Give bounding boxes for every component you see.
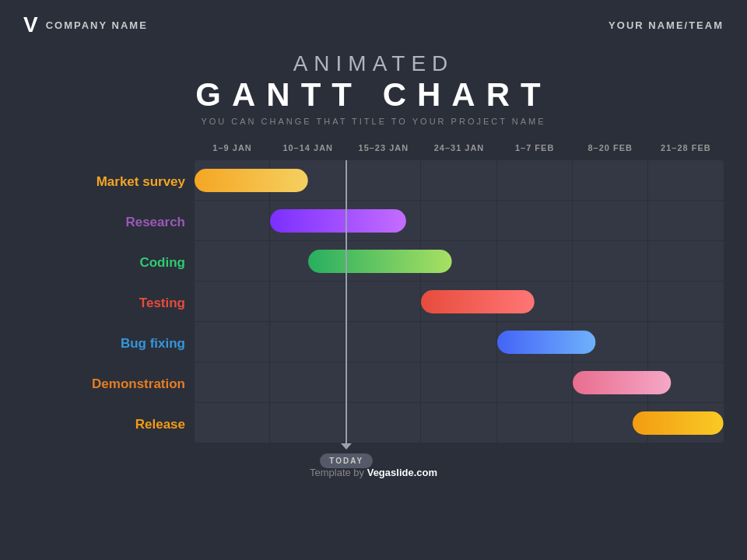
col-header-5: 8–20 FEB	[573, 140, 648, 156]
footer: Template by Vegaslide.com	[0, 467, 747, 478]
title-animated: ANIMATED	[0, 51, 747, 76]
today-arrow	[341, 443, 352, 450]
gantt-row-5	[195, 362, 724, 403]
gantt-cell-0-6	[648, 160, 724, 200]
gantt-row-0	[195, 160, 724, 201]
gantt-row-2	[195, 241, 724, 282]
grid-area: 1–9 JAN10–14 JAN15–23 JAN24–31 JAN1–7 FE…	[195, 140, 724, 445]
col-headers: 1–9 JAN10–14 JAN15–23 JAN24–31 JAN1–7 FE…	[195, 140, 724, 156]
title-gantt: GANTT CHART	[0, 76, 747, 114]
gantt-cell-5-6	[648, 362, 724, 402]
logo: V	[23, 14, 38, 36]
gantt-cell-6-3	[421, 403, 496, 443]
gantt-cell-2-2	[345, 241, 421, 281]
gantt-row-1	[195, 201, 724, 241]
gantt-cell-6-4	[497, 403, 573, 443]
col-header-4: 1–7 FEB	[497, 140, 573, 156]
gantt-cell-0-0	[195, 160, 270, 200]
gantt-cell-1-2	[345, 201, 421, 240]
gantt-cell-1-1	[270, 201, 345, 240]
col-header-3: 24–31 JAN	[421, 140, 496, 156]
gantt-cell-5-1	[270, 362, 345, 402]
gantt-cell-0-1	[270, 160, 345, 200]
gantt-cell-0-4	[497, 160, 573, 200]
gantt-grid: TODAY	[195, 160, 724, 443]
gantt-cell-2-4	[497, 241, 573, 281]
gantt-cell-4-1	[270, 322, 345, 362]
gantt-cell-1-5	[573, 201, 648, 240]
row-label-4: Bug fixing	[23, 324, 195, 364]
gantt-cell-0-2	[345, 160, 421, 200]
gantt-cell-0-3	[421, 160, 496, 200]
gantt-cell-3-2	[345, 282, 421, 321]
gantt-row-4	[195, 322, 724, 362]
row-labels: Market surveyResearchCodingTestingBug fi…	[23, 140, 195, 445]
gantt-row-3	[195, 282, 724, 322]
gantt-cell-5-2	[345, 362, 421, 402]
row-label-0: Market survey	[23, 162, 195, 202]
gantt-cell-1-3	[421, 201, 496, 240]
gantt-cell-1-4	[497, 201, 573, 240]
gantt-cell-6-0	[195, 403, 270, 443]
header: V COMPANY NAME YOUR NAME/TEAM	[0, 0, 747, 44]
gantt-cell-1-0	[195, 201, 270, 240]
row-label-3: Testing	[23, 283, 195, 324]
row-label-6: Release	[23, 404, 195, 445]
col-header-6: 21–28 FEB	[648, 140, 724, 156]
gantt-cell-1-6	[648, 201, 724, 240]
gantt-cell-6-1	[270, 403, 345, 443]
row-label-5: Demonstration	[23, 364, 195, 404]
gantt-cell-5-0	[195, 362, 270, 402]
gantt-cell-0-5	[573, 160, 648, 200]
gantt-cell-5-5	[573, 362, 648, 402]
gantt-cell-6-2	[345, 403, 421, 443]
row-label-1: Research	[23, 202, 195, 243]
gantt-cell-4-5	[573, 322, 648, 362]
gantt-cell-5-3	[421, 362, 496, 402]
gantt-cell-2-0	[195, 241, 270, 281]
gantt-cell-3-4	[497, 282, 573, 321]
company-section: V COMPANY NAME	[23, 14, 148, 36]
col-header-1: 10–14 JAN	[270, 140, 345, 156]
chart-container: Market surveyResearchCodingTestingBug fi…	[0, 132, 747, 445]
gantt-cell-6-5	[573, 403, 648, 443]
col-header-0: 1–9 JAN	[195, 140, 270, 156]
gantt-cell-4-2	[345, 322, 421, 362]
row-label-2: Coding	[23, 243, 195, 283]
gantt-cell-2-5	[573, 241, 648, 281]
footer-brand-link[interactable]: Vegaslide.com	[367, 467, 437, 478]
gantt-cell-2-6	[648, 241, 724, 281]
gantt-cell-2-1	[270, 241, 345, 281]
gantt-cell-5-4	[497, 362, 573, 402]
gantt-cell-4-0	[195, 322, 270, 362]
gantt-row-6	[195, 403, 724, 443]
gantt-cell-3-3	[421, 282, 496, 321]
title-area: ANIMATED GANTT CHART YOU CAN CHANGE THAT…	[0, 44, 747, 132]
gantt-cell-4-6	[648, 322, 724, 362]
gantt-cell-6-6	[648, 403, 724, 443]
col-header-2: 15–23 JAN	[345, 140, 421, 156]
gantt-cell-3-0	[195, 282, 270, 321]
gantt-cell-3-1	[270, 282, 345, 321]
gantt-cell-3-5	[573, 282, 648, 321]
your-name: YOUR NAME/TEAM	[608, 19, 724, 31]
company-name: COMPANY NAME	[46, 19, 148, 31]
gantt-cell-4-4	[497, 322, 573, 362]
gantt-cell-2-3	[421, 241, 496, 281]
gantt-cell-3-6	[648, 282, 724, 321]
title-subtitle: YOU CAN CHANGE THAT TITLE TO YOUR PROJEC…	[0, 117, 747, 126]
gantt-cell-4-3	[421, 322, 496, 362]
